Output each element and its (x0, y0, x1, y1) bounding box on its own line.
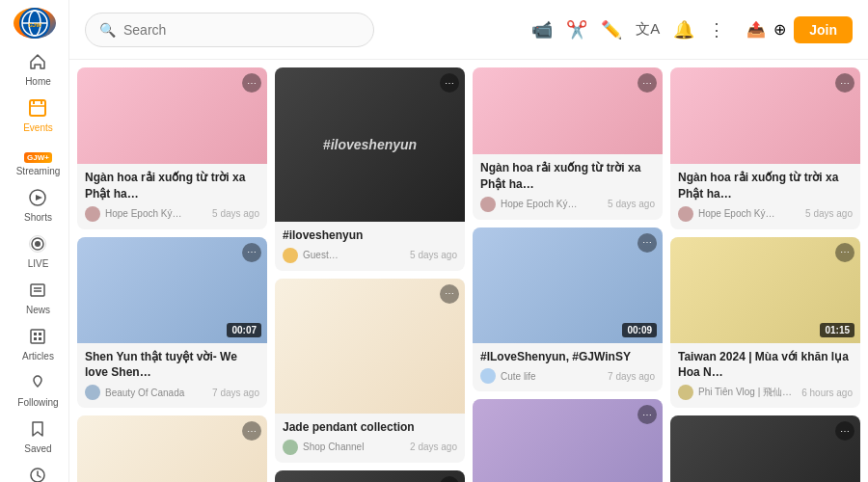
card-meta: Cute life 7 days ago (480, 368, 655, 384)
card-thumbnail: 00:09 ⋯ (473, 228, 663, 343)
card-menu-icon[interactable]: ⋯ (242, 243, 261, 262)
events-icon (29, 99, 46, 120)
card-body: Ngàn hoa rải xuống từ trời xa Phật ha… H… (473, 154, 663, 220)
network-icon[interactable]: ⊕ (773, 20, 786, 39)
video-duration-badge: 00:09 (622, 323, 657, 337)
list-item[interactable]: ⋯ Ngàn hoa rải xuống từ trời xa Phật ha…… (670, 67, 860, 229)
svg-marker-10 (36, 195, 42, 201)
list-item[interactable]: 00:09 ⋯ #ILoveShenyun, #GJWinSY Cute lif… (473, 228, 663, 392)
sidebar-item-history[interactable]: History (9, 461, 68, 482)
video-duration-badge: 00:07 (227, 323, 261, 337)
list-item[interactable]: 00:07 ⋯ Shen Yun thật tuyệt vời- We love… (77, 237, 267, 409)
avatar (678, 385, 693, 400)
card-body: Ngàn hoa rải xuống từ trời xa Phật ha… H… (670, 164, 860, 229)
list-item[interactable]: ⋯ Ngàn hoa rải xuống từ trời xa Phật ha…… (77, 67, 267, 229)
card-body: Taiwan 2024 | Mùa với khăn lụa Hoa N… Ph… (670, 343, 860, 409)
sidebar-item-streaming[interactable]: GJW+Streaming (9, 140, 68, 182)
sidebar-item-label-shorts: Shorts (24, 212, 52, 223)
list-item[interactable]: ⋯ Ngàn hoa rải xuống từ trời xa Phật ha…… (473, 67, 663, 220)
live-icon (29, 235, 46, 255)
card-thumbnail: ⋯ (473, 399, 663, 482)
card-time: 7 days ago (608, 371, 655, 382)
list-item[interactable]: ⋯ Chiếc khăn đi cùng năm tháng… Beautifu… (473, 399, 663, 482)
card-title: Jade pendant collection (283, 419, 457, 436)
svg-point-11 (35, 241, 41, 247)
translate-icon[interactable]: 文A (636, 20, 660, 39)
list-item[interactable]: ⋯ Evening gathering celebration Party Ch… (670, 415, 860, 482)
card-body: Jade pendant collection Shop Channel 2 d… (275, 414, 465, 463)
card-author: Hope Epoch Ký… (105, 208, 207, 219)
sidebar-item-label-saved: Saved (24, 443, 51, 454)
card-thumbnail: ⋯ (275, 279, 465, 414)
card-menu-icon[interactable]: ⋯ (242, 73, 261, 93)
card-time: 6 hours ago (801, 388, 853, 398)
search-icon: 🔍 (99, 22, 116, 38)
card-thumbnail: SHEN YUN ⋯ (275, 470, 465, 482)
sidebar: GJW HomeEventsGJW+StreamingShortsLIVENew… (0, 0, 69, 482)
card-menu-icon[interactable]: ⋯ (637, 233, 657, 253)
following-icon (29, 374, 46, 394)
sidebar-item-saved[interactable]: Saved (9, 415, 68, 460)
card-menu-icon[interactable]: ⋯ (440, 284, 459, 304)
avatar (85, 385, 100, 400)
header-icons: 📹 ✂️ ✏️ 文A 🔔 ⋮ 📤 ⊕ Join (531, 16, 853, 43)
sidebar-item-label-streaming: Streaming (16, 166, 61, 176)
sidebar-item-following[interactable]: Following (9, 368, 68, 414)
search-bar[interactable]: 🔍 (85, 13, 374, 47)
main-content: 🔍 📹 ✂️ ✏️ 文A 🔔 ⋮ 📤 ⊕ Join (69, 0, 868, 482)
card-body: Ngàn hoa rải xuống từ trời xa Phật ha… H… (77, 164, 267, 229)
list-item[interactable]: #iloveshenyun ⋯ #iloveshenyun Guest… 5 d… (275, 67, 465, 271)
svg-rect-18 (34, 333, 37, 335)
card-title: #ILoveShenyun, #GJWinSY (480, 349, 655, 365)
card-menu-icon[interactable]: ⋯ (440, 73, 459, 93)
edit-icon[interactable]: ✏️ (601, 19, 622, 40)
svg-rect-14 (31, 284, 44, 296)
app-logo[interactable]: GJW (12, 8, 58, 39)
clip-icon[interactable]: ✂️ (566, 19, 587, 40)
camera-icon[interactable]: 📹 (531, 19, 553, 40)
card-body: #iloveshenyun Guest… 5 days ago (275, 222, 465, 271)
column-1: #iloveshenyun ⋯ #iloveshenyun Guest… 5 d… (275, 67, 465, 482)
shorts-icon (29, 189, 46, 209)
list-item[interactable]: ⋯ Jade pendant collection Shop Channel 2… (275, 279, 465, 463)
card-title: Ngàn hoa rải xuống từ trời xa Phật ha… (85, 170, 259, 202)
card-menu-icon[interactable]: ⋯ (835, 73, 854, 93)
more-icon[interactable]: ⋮ (708, 19, 725, 40)
card-title: #iloveshenyun (283, 228, 457, 244)
logo-image: GJW (14, 8, 56, 39)
card-menu-icon[interactable]: ⋯ (835, 243, 854, 262)
home-icon (29, 53, 46, 73)
card-time: 2 days ago (410, 442, 457, 452)
saved-icon (29, 420, 46, 441)
card-thumbnail: #iloveshenyun ⋯ (275, 67, 465, 222)
card-title: Shen Yun thật tuyệt vời- We love Shen… (85, 349, 259, 382)
sidebar-item-news[interactable]: News (9, 276, 68, 321)
sidebar-item-shorts[interactable]: Shorts (9, 183, 68, 228)
search-input[interactable] (123, 22, 360, 38)
card-menu-icon[interactable]: ⋯ (637, 73, 657, 93)
list-item[interactable]: 01:15 ⋯ Taiwan 2024 | Mùa với khăn lụa H… (670, 237, 860, 409)
svg-rect-17 (31, 330, 44, 343)
sidebar-item-label-following: Following (17, 397, 58, 408)
card-time: 5 days ago (805, 208, 853, 219)
cards-grid: ⋯ Ngàn hoa rải xuống từ trời xa Phật ha…… (77, 67, 860, 482)
share-icon[interactable]: 📤 (746, 20, 766, 39)
sidebar-item-live[interactable]: LIVE (9, 229, 68, 275)
card-time: 5 days ago (410, 250, 457, 260)
join-button[interactable]: Join (794, 16, 853, 43)
sidebar-item-label-home: Home (25, 76, 51, 87)
sidebar-item-articles[interactable]: Articles (9, 322, 68, 367)
sidebar-item-home[interactable]: Home (9, 47, 68, 93)
history-icon (29, 467, 46, 482)
card-title: Taiwan 2024 | Mùa với khăn lụa Hoa N… (678, 349, 853, 382)
list-item[interactable]: SHEN YUN ⋯ Shen Yun 2024 Event ShenYun O… (275, 470, 465, 482)
card-meta: Hope Epoch Ký… 5 days ago (85, 206, 259, 222)
card-author: Hope Epoch Ký… (501, 199, 603, 209)
streaming-icon: GJW+ (24, 146, 52, 163)
sidebar-item-label-news: News (26, 305, 50, 315)
card-meta: Beauty Of Canada 7 days ago (85, 385, 259, 400)
bell-icon[interactable]: 🔔 (673, 19, 694, 40)
sidebar-item-events[interactable]: Events (9, 94, 68, 139)
list-item[interactable]: ⋯ Group photo event Event Channel 3 days… (77, 415, 267, 482)
video-duration-badge: 01:15 (820, 323, 854, 337)
